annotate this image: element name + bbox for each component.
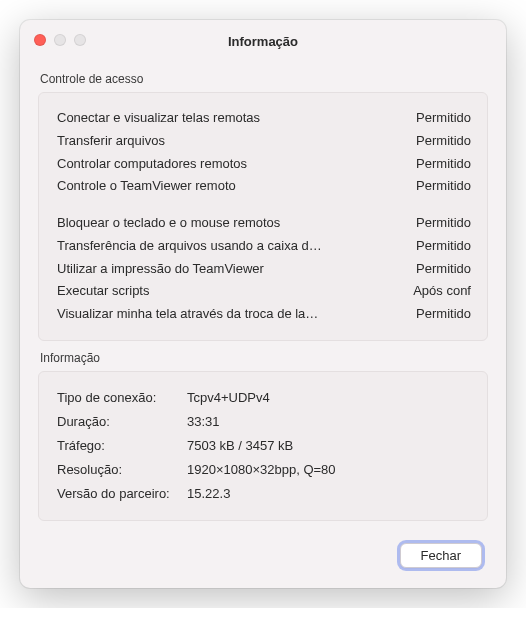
access-status: Permitido: [416, 153, 471, 176]
info-panel: Tipo de conexão: Tcpv4+UDPv4 Duração: 33…: [38, 371, 488, 521]
minimize-icon: [54, 34, 66, 46]
access-status: Após conf: [413, 280, 471, 303]
info-row: Tipo de conexão: Tcpv4+UDPv4: [57, 386, 471, 410]
access-status: Permitido: [416, 212, 471, 235]
window-controls: [34, 34, 86, 46]
info-heading: Informação: [40, 351, 488, 365]
info-label: Resolução:: [57, 458, 187, 482]
access-status: Permitido: [416, 235, 471, 258]
access-label: Bloquear o teclado e o mouse remotos: [57, 212, 406, 235]
access-row: Conectar e visualizar telas remotas Perm…: [57, 107, 471, 130]
access-row: Bloquear o teclado e o mouse remotos Per…: [57, 212, 471, 235]
access-label: Conectar e visualizar telas remotas: [57, 107, 406, 130]
access-row: Utilizar a impressão do TeamViewer Permi…: [57, 258, 471, 281]
info-value: 1920×1080×32bpp, Q=80: [187, 458, 336, 482]
maximize-icon: [74, 34, 86, 46]
access-status: Permitido: [416, 303, 471, 326]
info-value: 33:31: [187, 410, 220, 434]
info-value: 7503 kB / 3457 kB: [187, 434, 293, 458]
info-label: Duração:: [57, 410, 187, 434]
access-label: Executar scripts: [57, 280, 403, 303]
access-row: Transferência de arquivos usando a caixa…: [57, 235, 471, 258]
access-label: Visualizar minha tela através da troca d…: [57, 303, 406, 326]
access-label: Utilizar a impressão do TeamViewer: [57, 258, 406, 281]
access-row: Executar scripts Após conf: [57, 280, 471, 303]
access-row: Transferir arquivos Permitido: [57, 130, 471, 153]
info-row: Duração: 33:31: [57, 410, 471, 434]
info-label: Tipo de conexão:: [57, 386, 187, 410]
access-row: Controlar computadores remotos Permitido: [57, 153, 471, 176]
titlebar: Informação: [20, 20, 506, 62]
access-label: Transferência de arquivos usando a caixa…: [57, 235, 406, 258]
access-control-heading: Controle de acesso: [40, 72, 488, 86]
access-row: Visualizar minha tela através da troca d…: [57, 303, 471, 326]
access-row: Controle o TeamViewer remoto Permitido: [57, 175, 471, 198]
info-label: Tráfego:: [57, 434, 187, 458]
access-control-panel: Conectar e visualizar telas remotas Perm…: [38, 92, 488, 341]
info-label: Versão do parceiro:: [57, 482, 187, 506]
info-section: Informação Tipo de conexão: Tcpv4+UDPv4 …: [38, 351, 488, 521]
access-label: Controlar computadores remotos: [57, 153, 406, 176]
access-status: Permitido: [416, 107, 471, 130]
footer: Fechar: [44, 543, 482, 568]
access-status: Permitido: [416, 175, 471, 198]
window-title: Informação: [34, 34, 492, 49]
access-label: Transferir arquivos: [57, 130, 406, 153]
access-label: Controle o TeamViewer remoto: [57, 175, 406, 198]
info-row: Versão do parceiro: 15.22.3: [57, 482, 471, 506]
close-icon[interactable]: [34, 34, 46, 46]
info-value: 15.22.3: [187, 482, 230, 506]
information-window: Informação Controle de acesso Conectar e…: [20, 20, 506, 588]
info-row: Tráfego: 7503 kB / 3457 kB: [57, 434, 471, 458]
access-control-section: Controle de acesso Conectar e visualizar…: [38, 72, 488, 341]
info-row: Resolução: 1920×1080×32bpp, Q=80: [57, 458, 471, 482]
access-status: Permitido: [416, 130, 471, 153]
info-value: Tcpv4+UDPv4: [187, 386, 270, 410]
close-button[interactable]: Fechar: [400, 543, 482, 568]
access-status: Permitido: [416, 258, 471, 281]
